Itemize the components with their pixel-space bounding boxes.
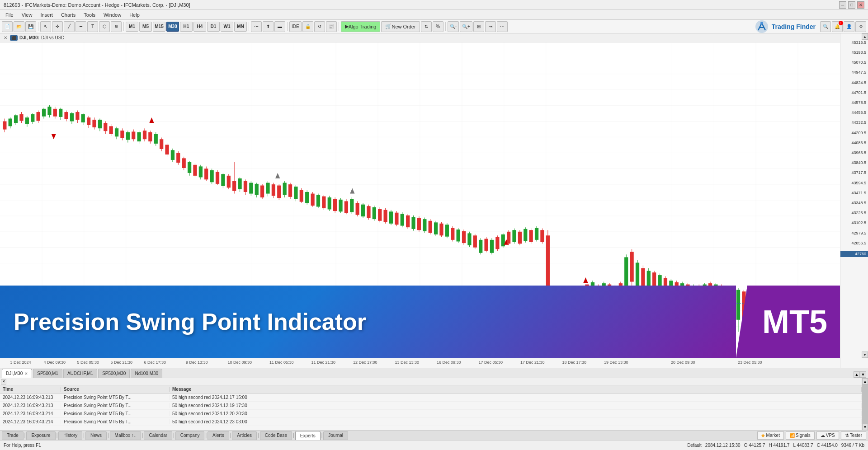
chart-type-candle[interactable]: ▬ [274,21,285,32]
notification-btn[interactable]: 🔔! [832,21,843,32]
menu-insert[interactable]: Insert [37,11,57,19]
chart-canvas[interactable]: Precision Swing Point Indicator MT5 [0,42,840,358]
settings-btn[interactable]: ⚙ [855,21,866,32]
tab-trade[interactable]: Trade [2,431,24,440]
scroll-end-btn[interactable]: ⇥ [485,21,496,32]
svg-rect-151 [305,192,309,203]
tab-exposure[interactable]: Exposure [26,431,55,440]
menu-file[interactable]: File [2,11,17,19]
alert-row-4[interactable]: 2024.12.23 16:09:43.214 Precision Swing … [0,418,862,426]
tab-mailbox[interactable]: Mailbox ↑↓ [110,431,141,440]
tf-m5[interactable]: M5 [139,22,152,32]
grid-btn[interactable]: ⊞ [473,21,484,32]
close-button[interactable]: ✕ [857,1,864,9]
price-43594: 43594.5 [851,181,866,185]
menu-charts[interactable]: Charts [57,11,79,19]
chart-type-bar[interactable]: ⬆ [263,21,274,32]
panel-down-btn[interactable]: ▼ [860,371,866,378]
vps-btn[interactable]: ☁ VPS [816,431,839,440]
func-sep9: | [257,433,259,438]
svg-rect-86 [126,132,130,140]
tf-w1[interactable]: W1 [221,22,233,32]
maximize-button[interactable]: □ [848,1,855,9]
tab-codebase[interactable]: Code Base [260,431,292,440]
percentages-btn[interactable]: % [433,21,443,32]
menu-window[interactable]: Window [100,11,125,19]
lock-btn[interactable]: 🔒 [302,21,313,32]
price-close: C 44154.0 [817,443,838,448]
price-43840: 43840.5 [851,160,866,165]
svg-rect-57 [47,107,51,115]
tab-articles[interactable]: Articles [232,431,257,440]
zoom-out-btn[interactable]: 🔍- [448,21,459,32]
news-btn[interactable]: 📰 [326,21,337,32]
svg-rect-235 [535,228,538,239]
tf-h1[interactable]: H1 [180,22,193,32]
svg-rect-71 [87,117,90,125]
algo-trading-btn[interactable]: ▶ Algo Trading [341,21,381,32]
tab-alerts[interactable]: Alerts [208,431,229,440]
alert-row-2[interactable]: 2024.12.23 16:09:43.213 Precision Swing … [0,402,862,410]
svg-rect-220 [495,237,499,249]
signals-btn[interactable]: 📶 Signals [786,431,815,440]
menu-view[interactable]: View [18,11,36,19]
tester-btn[interactable]: ⚗ Tester [841,431,866,440]
close-alerts-btn[interactable]: ✕ [1,379,6,384]
tab-dji-m30[interactable]: DJI,M30✕ [2,369,32,378]
price-scroll-up[interactable]: ▲ [862,33,868,40]
tab-journal[interactable]: Journal [323,431,348,440]
crosshair-tool[interactable]: ✛ [52,21,63,32]
tf-d1[interactable]: D1 [207,22,220,32]
search-btn[interactable]: 🔍 [820,21,831,32]
tab-audchf-m1[interactable]: AUDCHF,M1 [63,369,97,378]
menu-help[interactable]: Help [126,11,143,19]
more-btn[interactable]: ⋯ [497,21,508,32]
alert-row-3[interactable]: 2024.12.23 16:09:43.214 Precision Swing … [0,410,862,418]
refresh-btn[interactable]: ↺ [314,21,325,32]
svg-rect-198 [434,222,438,234]
tf-m15[interactable]: M15 [153,22,165,32]
tf-m1[interactable]: M1 [126,22,138,32]
market-btn[interactable]: ◆ Market [757,431,784,440]
ide-btn[interactable]: IDE [289,21,302,32]
trade-levels-btn[interactable]: ⇅ [421,21,432,32]
fib-tool[interactable]: ≋ [111,21,122,32]
svg-rect-49 [25,117,29,124]
tf-mn[interactable]: MN [234,22,247,32]
new-order-btn[interactable]: 🛒 New Order [381,21,420,32]
tab-nd100-m30[interactable]: Nd100,M30 [131,369,162,378]
tab-news[interactable]: News [85,431,107,440]
price-44824: 44824.5 [851,80,866,85]
tf-m30[interactable]: M30 [166,22,179,32]
minimize-button[interactable]: ─ [839,1,846,9]
col-message-header: Message [170,387,862,392]
tab-calendar[interactable]: Calendar [144,431,172,440]
tab-sp500-m1[interactable]: SP500,M1 [33,369,62,378]
tab-history[interactable]: History [58,431,82,440]
close-tab-dji[interactable]: ✕ [24,371,28,376]
account-btn[interactable]: 👤 [844,21,854,32]
scroll-up-btn[interactable]: ▲ [862,378,868,384]
line-tool[interactable]: ╱ [64,21,75,32]
svg-rect-233 [529,230,533,242]
arrow-tool[interactable]: ↖ [40,21,51,32]
alert-2-msg: 50 high second red 2024.12.19 17:30 [170,403,862,408]
save-btn[interactable]: 💾 [25,21,36,32]
alerts-table-header: Time Source Message [0,385,862,394]
zoom-in-btn[interactable]: 🔍+ [460,21,472,32]
text-tool[interactable]: T [87,21,98,32]
panel-up-btn[interactable]: ▲ [854,371,860,378]
menu-tools[interactable]: Tools [80,11,99,19]
shapes-tool[interactable]: ⬡ [99,21,110,32]
chart-type-line[interactable]: 〜 [251,21,262,32]
tab-company[interactable]: Company [175,431,205,440]
alert-row-1[interactable]: 2024.12.23 16:09:43.213 Precision Swing … [0,394,862,402]
scroll-down-btn[interactable]: ▼ [862,424,868,430]
price-scroll-down[interactable]: ▼ [862,352,868,358]
new-chart-btn[interactable]: 📄 [2,21,13,32]
open-btn[interactable]: 📂 [14,21,24,32]
hline-tool[interactable]: ━ [75,21,86,32]
tf-h4[interactable]: H4 [193,22,206,32]
tab-sp500-m30[interactable]: SP500,M30 [98,369,130,378]
tab-experts[interactable]: Experts [295,431,321,440]
